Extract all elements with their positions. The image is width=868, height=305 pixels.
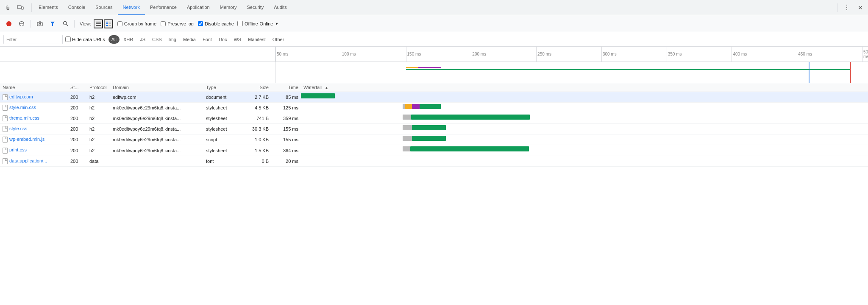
record-button[interactable] (3, 18, 14, 29)
preserve-log-label[interactable]: Preserve log (167, 21, 194, 26)
tab-sources[interactable]: Sources (90, 0, 117, 15)
row-domain: mk0editwpoy6e29m6tq8.kinsta... (110, 124, 203, 134)
table-row[interactable]: wp-embed.min.js200h2mk0editwpoy6e29m6tq8… (0, 134, 868, 145)
filter-button[interactable] (47, 18, 58, 29)
svg-rect-15 (106, 25, 108, 26)
col-header-type[interactable]: Type (203, 83, 242, 92)
waterfall-segment (412, 136, 446, 141)
filter-doc-button[interactable]: Doc (216, 35, 230, 44)
svg-rect-0 (17, 6, 21, 8)
table-row[interactable]: style.css200h2mk0editwpoy6e29m6tq8.kinst… (0, 124, 868, 134)
more-options-icon[interactable]: ⋮ (841, 2, 853, 14)
waterfall-segment (301, 93, 335, 98)
hide-data-urls-checkbox[interactable] (65, 36, 71, 42)
filter-js-button[interactable]: JS (137, 35, 148, 44)
hide-data-urls-group[interactable]: Hide data URLs (65, 36, 105, 42)
svg-rect-11 (96, 23, 101, 24)
col-header-protocol[interactable]: Protocol (87, 83, 110, 92)
filter-ws-button[interactable]: WS (231, 35, 244, 44)
filter-img-button[interactable]: Img (166, 35, 179, 44)
preserve-log-group: Preserve log (161, 21, 194, 26)
svg-rect-13 (106, 22, 108, 22)
waterfall-view-button[interactable] (104, 19, 113, 28)
inspect-icon[interactable]: 🖱 (2, 2, 14, 14)
svg-rect-16 (108, 22, 111, 22)
overview-red-line (850, 62, 851, 83)
svg-rect-12 (96, 25, 101, 26)
camera-button[interactable] (34, 18, 45, 29)
table-row[interactable]: style.min.css200h2mk0editwpoy6e29m6tq8.k… (0, 103, 868, 113)
row-domain: mk0editwpoy6e29m6tq8.kinsta... (110, 103, 203, 113)
tick-400ms: 400 ms (732, 47, 747, 62)
filter-other-button[interactable]: Other (270, 35, 287, 44)
waterfall-segment (403, 146, 410, 151)
tab-performance[interactable]: Performance (145, 0, 182, 15)
col-header-status[interactable]: St... (68, 83, 87, 92)
view-buttons (94, 19, 113, 28)
row-name: data:application/... (9, 158, 47, 163)
table-row[interactable]: theme.min.css200h2mk0editwpoy6e29m6tq8.k… (0, 113, 868, 124)
overview-blue-line (809, 62, 810, 83)
tab-network[interactable]: Network (118, 0, 145, 15)
filter-input[interactable] (3, 35, 63, 44)
row-waterfall (301, 156, 868, 166)
tab-application[interactable]: Application (182, 0, 215, 15)
row-domain: mk0editwpoy6e29m6tq8.kinsta... (110, 113, 203, 124)
close-icon[interactable]: ✕ (854, 2, 866, 14)
row-status: 200 (68, 103, 87, 113)
group-by-frame-checkbox[interactable] (117, 21, 122, 26)
waterfall-segment (403, 136, 412, 141)
filter-media-button[interactable]: Media (180, 35, 199, 44)
disable-cache-checkbox[interactable] (198, 21, 203, 26)
disable-cache-label[interactable]: Disable cache (205, 21, 234, 26)
filter-css-button[interactable]: CSS (149, 35, 165, 44)
network-toolbar: View: Group by frame Preserve log Disabl… (0, 15, 868, 32)
waterfall-segment (403, 125, 412, 130)
tab-security[interactable]: Security (242, 0, 269, 15)
table-body: editwp.com200h2editwp.comdocument2.7 KB8… (0, 92, 868, 167)
waterfall-segment (412, 125, 446, 130)
list-view-button[interactable] (94, 19, 103, 28)
row-status: 200 (68, 113, 87, 124)
preserve-log-checkbox[interactable] (161, 21, 166, 26)
clear-button[interactable] (16, 18, 27, 29)
tab-memory[interactable]: Memory (215, 0, 242, 15)
waterfall-segment (405, 104, 412, 109)
offline-checkbox[interactable] (237, 21, 243, 26)
tab-audits[interactable]: Audits (269, 0, 292, 15)
row-size: 1.0 KB (242, 134, 271, 145)
tab-elements[interactable]: Elements (33, 0, 63, 15)
table-row[interactable]: print.css200h2mk0editwpoy6e29m6tq8.kinst… (0, 145, 868, 156)
filter-all-button[interactable]: All (108, 35, 120, 44)
device-icon[interactable] (14, 2, 26, 14)
col-header-name[interactable]: Name (0, 83, 68, 92)
filter-xhr-button[interactable]: XHR (120, 35, 136, 44)
offline-group: Offline (237, 21, 258, 26)
table-row[interactable]: editwp.com200h2editwp.comdocument2.7 KB8… (0, 92, 868, 103)
filter-font-button[interactable]: Font (200, 35, 215, 44)
tab-end-icons: ⋮ ✕ (835, 2, 866, 14)
tab-console[interactable]: Console (63, 0, 90, 15)
filter-bar: Hide data URLs All XHR JS CSS Img Media … (0, 32, 868, 47)
search-button[interactable] (60, 18, 71, 29)
col-header-size[interactable]: Size (242, 83, 271, 92)
col-header-domain[interactable]: Domain (110, 83, 203, 92)
network-table-wrapper[interactable]: Name St... Protocol Domain Type (0, 83, 868, 167)
tab-divider-2 (837, 3, 837, 12)
col-header-time[interactable]: Time (271, 83, 301, 92)
filter-manifest-button[interactable]: Manifest (245, 35, 269, 44)
row-size: 4.5 KB (242, 103, 271, 113)
timeline-overview-spacer (0, 62, 275, 83)
row-protocol: h2 (87, 92, 110, 103)
throttle-dropdown[interactable]: Online ▼ (260, 21, 279, 26)
table-row[interactable]: data:application/...200datafont0 B20 ms (0, 156, 868, 166)
row-status: 200 (68, 134, 87, 145)
group-by-frame-label[interactable]: Group by frame (124, 21, 156, 26)
tabs: Elements Console Sources Network Perform… (33, 0, 835, 15)
offline-label[interactable]: Offline (245, 21, 258, 26)
row-domain: mk0editwpoy6e29m6tq8.kinsta... (110, 134, 203, 145)
col-header-waterfall[interactable]: Waterfall ▲ (301, 83, 868, 92)
waterfall-segment (403, 115, 411, 120)
timeline-header: 50 ms 100 ms 150 ms 200 ms 250 ms 300 ms… (0, 47, 868, 62)
row-type: stylesheet (203, 124, 242, 134)
